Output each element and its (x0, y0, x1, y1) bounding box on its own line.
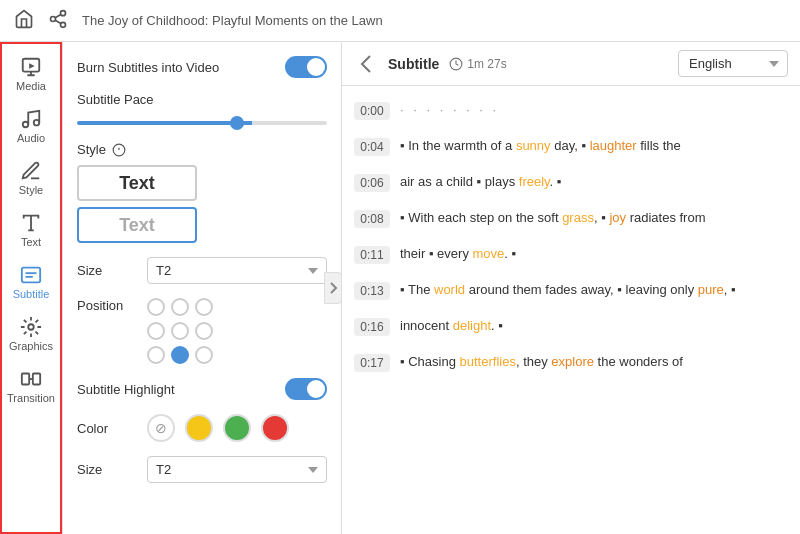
subtitle-text: ▪ Chasing butterflies, they explore the … (400, 352, 788, 372)
subtitle-entry[interactable]: 0:00· · · · · · · · (342, 92, 800, 128)
svg-marker-6 (29, 63, 35, 69)
sidebar-item-text[interactable]: Text (2, 204, 60, 256)
size-row: Size T1 T2 T3 T4 (77, 257, 327, 284)
subtitle-duration: 1m 27s (449, 57, 506, 71)
svg-line-4 (55, 14, 61, 17)
page-title: The Joy of Childhood: Playful Moments on… (82, 13, 383, 28)
svg-rect-15 (22, 374, 29, 385)
style-info-icon (112, 143, 126, 157)
subtitle-text: innocent delight. ▪ (400, 316, 788, 336)
subtitle-text: ▪ With each step on the soft grass, ▪ jo… (400, 208, 788, 228)
position-grid (147, 298, 213, 364)
svg-point-7 (23, 122, 29, 128)
position-row: Position (77, 298, 327, 364)
subtitle-pace-slider[interactable] (77, 121, 327, 125)
sidebar-item-audio[interactable]: Audio (2, 100, 60, 152)
color-label: Color (77, 421, 137, 436)
subtitle-entry[interactable]: 0:16innocent delight. ▪ (342, 308, 800, 344)
pos-bot-center[interactable] (171, 346, 189, 364)
subtitle-time: 0:04 (354, 138, 390, 156)
subtitle-entry[interactable]: 0:11their ▪ every move. ▪ (342, 236, 800, 272)
svg-rect-16 (33, 374, 40, 385)
pos-bot-right[interactable] (195, 346, 213, 364)
style-section-label: Style (77, 142, 327, 157)
pos-mid-center[interactable] (171, 322, 189, 340)
subtitle-time: 0:16 (354, 318, 390, 336)
subtitle-highlight-row: Subtitle Highlight (77, 378, 327, 400)
header: The Joy of Childhood: Playful Moments on… (0, 0, 800, 42)
svg-point-14 (28, 324, 34, 330)
color-yellow-swatch[interactable] (185, 414, 213, 442)
subtitle-time: 0:06 (354, 174, 390, 192)
language-selector[interactable]: English Spanish French (678, 50, 788, 77)
subtitle-panel: Subtitle 1m 27s English Spanish French 0… (342, 42, 800, 534)
style-bold-button[interactable]: Text (77, 165, 197, 201)
subtitle-panel-title: Subtitle (388, 56, 439, 72)
svg-point-2 (61, 22, 66, 27)
subtitle-pace-container: Subtitle Pace (77, 92, 327, 128)
size2-select[interactable]: T1 T2 T3 (147, 456, 327, 483)
burn-subtitles-label: Burn Subtitles into Video (77, 60, 219, 75)
sidebar-item-transition[interactable]: Transition (2, 360, 60, 412)
pos-top-right[interactable] (195, 298, 213, 316)
subtitle-entry[interactable]: 0:08▪ With each step on the soft grass, … (342, 200, 800, 236)
subtitle-time: 0:17 (354, 354, 390, 372)
subtitle-highlight-toggle[interactable] (285, 378, 327, 400)
pos-bot-left[interactable] (147, 346, 165, 364)
subtitle-text: · · · · · · · · (400, 100, 788, 120)
pos-top-left[interactable] (147, 298, 165, 316)
sidebar-item-media[interactable]: Media (2, 48, 60, 100)
svg-point-0 (61, 11, 66, 16)
subtitle-time: 0:00 (354, 102, 390, 120)
subtitle-time: 0:08 (354, 210, 390, 228)
size2-label: Size (77, 462, 137, 477)
sidebar-item-style[interactable]: Style (2, 152, 60, 204)
pos-mid-left[interactable] (147, 322, 165, 340)
subtitle-entry[interactable]: 0:17▪ Chasing butterflies, they explore … (342, 344, 800, 380)
subtitle-panel-header: Subtitle 1m 27s English Spanish French (342, 42, 800, 86)
color-row: Color ⊘ (77, 414, 327, 442)
subtitle-text: ▪ In the warmth of a sunny day, ▪ laught… (400, 136, 788, 156)
color-red-swatch[interactable] (261, 414, 289, 442)
style-options: Text Text (77, 165, 327, 243)
style-outline-button[interactable]: Text (77, 207, 197, 243)
burn-subtitles-toggle[interactable] (285, 56, 327, 78)
home-icon[interactable] (14, 9, 34, 32)
subtitle-entry[interactable]: 0:04▪ In the warmth of a sunny day, ▪ la… (342, 128, 800, 164)
subtitle-entry[interactable]: 0:06air as a child ▪ plays freely. ▪ (342, 164, 800, 200)
language-select[interactable]: English Spanish French (678, 50, 788, 77)
svg-point-1 (51, 17, 56, 22)
size2-row: Size T1 T2 T3 (77, 456, 327, 483)
color-green-swatch[interactable] (223, 414, 251, 442)
subtitle-text: ▪ The world around them fades away, ▪ le… (400, 280, 788, 300)
subtitle-time: 0:13 (354, 282, 390, 300)
sidebar: Media Audio Style Text Subtitle Graphics… (0, 42, 62, 534)
clock-icon (449, 57, 463, 71)
pos-mid-right[interactable] (195, 322, 213, 340)
subtitle-time: 0:11 (354, 246, 390, 264)
svg-line-3 (55, 20, 61, 23)
subtitle-entry[interactable]: 0:13▪ The world around them fades away, … (342, 272, 800, 308)
svg-point-8 (34, 120, 40, 126)
back-button[interactable] (354, 52, 378, 76)
sidebar-item-graphics[interactable]: Graphics (2, 308, 60, 360)
position-label: Position (77, 298, 137, 313)
burn-subtitles-row: Burn Subtitles into Video (77, 56, 327, 78)
svg-rect-11 (22, 268, 40, 283)
sidebar-item-subtitle[interactable]: Subtitle (2, 256, 60, 308)
settings-panel: Burn Subtitles into Video Subtitle Pace … (62, 42, 342, 534)
subtitle-highlight-label: Subtitle Highlight (77, 382, 175, 397)
subtitle-text: air as a child ▪ plays freely. ▪ (400, 172, 788, 192)
size-select[interactable]: T1 T2 T3 T4 (147, 257, 327, 284)
pos-top-center[interactable] (171, 298, 189, 316)
subtitle-pace-label: Subtitle Pace (77, 92, 327, 107)
share-icon[interactable] (48, 9, 68, 32)
color-cancel-button[interactable]: ⊘ (147, 414, 175, 442)
size-label: Size (77, 263, 137, 278)
panel-collapse-button[interactable] (324, 272, 342, 304)
subtitle-list: 0:00· · · · · · · ·0:04▪ In the warmth o… (342, 86, 800, 534)
subtitle-text: their ▪ every move. ▪ (400, 244, 788, 264)
